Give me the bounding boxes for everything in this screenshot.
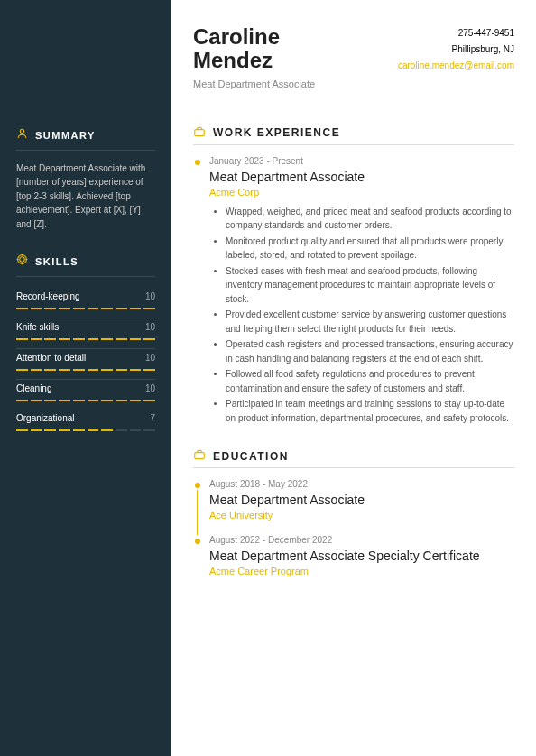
svg-point-1 (18, 255, 27, 264)
skill-row: Attention to detail10 (16, 348, 155, 369)
skill-score: 10 (145, 320, 155, 334)
contact-location: Phillipsburg, NJ (398, 41, 514, 58)
skill-dash (88, 400, 99, 401)
education-entry: August 2022 - December 2022Meat Departme… (193, 535, 514, 576)
skill-dash (44, 338, 56, 340)
bullet-item: Provided excellent customer service by a… (226, 308, 514, 336)
skill-row: Cleaning10 (16, 379, 155, 400)
skill-dash (16, 400, 28, 401)
skill-dash (101, 429, 113, 431)
skill-bar (16, 369, 155, 371)
skill-dash (73, 400, 85, 401)
svg-point-0 (20, 129, 23, 133)
bullet-item: Participated in team meetings and traini… (226, 397, 514, 425)
entry-bullets: Wrapped, weighed, and priced meat and se… (209, 205, 514, 426)
bullet-item: Stocked cases with fresh meat and seafoo… (226, 264, 514, 307)
entry-org: Acme Corp (209, 187, 514, 198)
education-entry: August 2018 - May 2022Meat Department As… (193, 479, 514, 521)
skill-dash (31, 369, 42, 371)
skill-dash (73, 429, 85, 431)
skill-row: Organizational7 (16, 410, 155, 429)
entry-title: Meat Department Associate (209, 493, 514, 507)
skill-dash (73, 338, 85, 340)
svg-point-2 (20, 257, 24, 262)
skill-dash (116, 338, 127, 340)
skill-score: 10 (145, 351, 155, 364)
work-entry: January 2023 - PresentMeat Department As… (193, 156, 514, 426)
skill-dash (143, 429, 155, 431)
entry-date: August 2022 - December 2022 (209, 535, 514, 545)
svg-rect-7 (195, 129, 205, 135)
skill-dash (143, 308, 155, 309)
briefcase-icon (193, 448, 206, 464)
name-block: Caroline Mendez Meat Department Associat… (193, 25, 315, 89)
person-icon (16, 126, 28, 144)
skill-score: 10 (145, 382, 155, 395)
skill-name: Knife skills (16, 320, 59, 334)
first-name: Caroline (193, 24, 280, 49)
skill-dash (88, 429, 99, 431)
entry-date: August 2018 - May 2022 (209, 479, 514, 489)
skill-dash (59, 308, 70, 309)
skill-dash (88, 308, 99, 309)
skill-name: Organizational (16, 411, 74, 425)
skill-item: Cleaning10 (16, 379, 155, 401)
briefcase-icon (193, 125, 206, 141)
skill-dash (130, 429, 142, 431)
target-icon (16, 253, 28, 271)
summary-heading-text: SUMMARY (35, 128, 96, 143)
skill-dash (116, 400, 127, 401)
work-entries: January 2023 - PresentMeat Department As… (193, 156, 514, 426)
contact-phone: 275-447-9451 (398, 25, 514, 41)
skill-dash (44, 308, 56, 309)
summary-section: SUMMARY Meat Department Associate with [… (16, 126, 155, 231)
skill-dash (116, 308, 127, 309)
skill-dash (101, 338, 113, 340)
divider (16, 276, 155, 277)
work-heading-text: WORK EXPERIENCE (213, 126, 340, 139)
skill-dash (16, 338, 28, 340)
education-entries: August 2018 - May 2022Meat Department As… (193, 479, 514, 576)
skill-dash (73, 369, 85, 371)
contact-block: 275-447-9451 Phillipsburg, NJ caroline.m… (398, 25, 514, 89)
svg-rect-8 (195, 453, 205, 459)
skill-dash (143, 400, 155, 401)
sidebar: SUMMARY Meat Department Associate with [… (0, 0, 171, 756)
skill-item: Organizational7 (16, 410, 155, 431)
skill-bar (16, 338, 155, 340)
entry-org: Ace University (209, 510, 514, 521)
skill-name: Attention to detail (16, 351, 86, 364)
skill-item: Knife skills10 (16, 318, 155, 340)
skill-item: Record-keeping10 (16, 288, 155, 309)
skill-row: Knife skills10 (16, 318, 155, 338)
bullet-item: Operated cash registers and processed tr… (226, 337, 514, 365)
skill-dash (16, 308, 28, 309)
skills-section: SKILLS Record-keeping10Knife skills10Att… (16, 253, 155, 431)
skill-dash (101, 400, 113, 401)
work-heading: WORK EXPERIENCE (193, 125, 514, 145)
skill-dash (130, 308, 142, 309)
skills-heading-text: SKILLS (35, 254, 79, 270)
skill-dash (101, 369, 113, 371)
skill-dash (130, 369, 142, 371)
skill-dash (116, 369, 127, 371)
skill-name: Cleaning (16, 382, 51, 395)
skill-dash (130, 400, 142, 401)
skill-score: 7 (150, 411, 155, 425)
skill-dash (31, 429, 42, 431)
bullet-item: Followed all food safety regulations and… (226, 367, 514, 395)
skill-dash (88, 369, 99, 371)
skills-list: Record-keeping10Knife skills10Attention … (16, 288, 155, 431)
bullet-item: Monitored product quality and ensured th… (226, 235, 514, 263)
skill-dash (31, 400, 42, 401)
skill-dash (143, 369, 155, 371)
last-name: Mendez (193, 48, 273, 72)
contact-email: caroline.mendez@email.com (398, 58, 514, 74)
entry-title: Meat Department Associate (209, 170, 514, 184)
skill-dash (88, 338, 99, 340)
summary-text: Meat Department Associate with [number o… (16, 161, 155, 232)
skill-dash (44, 369, 56, 371)
skills-heading: SKILLS (16, 253, 155, 271)
skill-dash (31, 308, 42, 309)
skill-row: Record-keeping10 (16, 288, 155, 308)
